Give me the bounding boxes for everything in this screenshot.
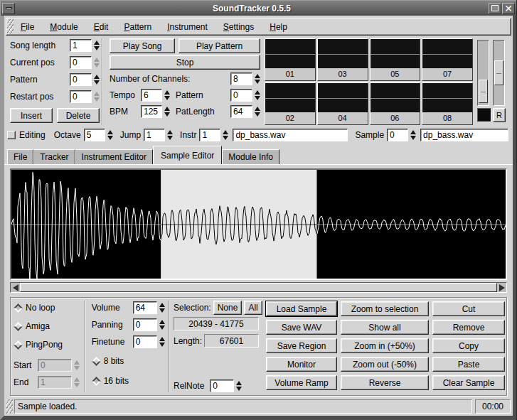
tab-instrument-editor[interactable]: Instrument Editor: [75, 149, 153, 164]
menu-instrument[interactable]: Instrument: [161, 20, 213, 34]
spin-up-icon[interactable]: [94, 75, 100, 79]
scope-channel-06[interactable]: 06: [370, 82, 421, 125]
volume-spinner[interactable]: [159, 303, 165, 313]
spin-down-icon[interactable]: [223, 136, 228, 140]
panning-entry[interactable]: 0: [133, 318, 157, 331]
editing-checkbox[interactable]: [7, 131, 16, 139]
insert-button[interactable]: Insert: [10, 108, 53, 123]
scroll-left-button[interactable]: [11, 283, 20, 292]
loop-option-amiga[interactable]: Amiga: [14, 321, 85, 331]
menu-module[interactable]: Module: [44, 20, 83, 34]
spin-up-icon[interactable]: [223, 130, 228, 134]
spin-down-icon[interactable]: [159, 325, 165, 330]
song-length-spinner[interactable]: [94, 41, 100, 50]
play-song-button[interactable]: Play Song: [110, 38, 175, 53]
reverse-button[interactable]: Reverse: [341, 375, 429, 390]
cut-button[interactable]: Cut: [432, 301, 505, 316]
loop-end-spinner[interactable]: [74, 377, 80, 387]
bits-option-8[interactable]: 8 bits: [92, 356, 168, 366]
volume-slider[interactable]: [477, 40, 489, 106]
spin-up-icon[interactable]: [164, 107, 170, 111]
spin-down-icon[interactable]: [410, 136, 416, 140]
pattern-spinner[interactable]: [94, 75, 100, 85]
jump-spinner[interactable]: [167, 130, 173, 140]
spin-down-icon[interactable]: [94, 80, 100, 85]
spin-down-icon[interactable]: [236, 387, 242, 391]
instr-entry[interactable]: 1: [199, 129, 220, 141]
finetune-spinner[interactable]: [159, 337, 165, 347]
volume-slider-thumb[interactable]: [479, 80, 488, 103]
close-button[interactable]: ✕: [502, 3, 515, 14]
menu-settings[interactable]: Settings: [218, 20, 260, 34]
menu-file[interactable]: File: [15, 20, 40, 34]
instr-spinner[interactable]: [223, 130, 228, 140]
tempo-entry[interactable]: 6: [141, 89, 162, 102]
scrollbar-thumb[interactable]: [20, 283, 497, 292]
save-wav-button[interactable]: Save WAV: [266, 320, 337, 335]
spin-down-icon[interactable]: [94, 63, 100, 68]
spin-up-icon[interactable]: [74, 360, 80, 365]
spin-down-icon[interactable]: [159, 308, 165, 313]
spin-up-icon[interactable]: [164, 90, 170, 95]
zoom-out-button[interactable]: Zoom out (-50%): [341, 357, 429, 372]
loop-end-entry[interactable]: 1: [38, 376, 72, 389]
scroll-right-button[interactable]: [497, 283, 506, 292]
spin-up-icon[interactable]: [107, 130, 113, 134]
spin-down-icon[interactable]: [107, 136, 113, 140]
spin-down-icon[interactable]: [164, 112, 170, 117]
monitor-button[interactable]: Monitor: [266, 357, 337, 372]
zoom-to-selection-button[interactable]: Zoom to selection: [341, 301, 429, 316]
titlebar[interactable]: SoundTracker 0.5.5 ✕: [0, 0, 516, 16]
delete-button[interactable]: Delete: [57, 108, 100, 123]
statusbar-grip-handle[interactable]: [6, 399, 13, 414]
loop-option-pingpong[interactable]: PingPong: [14, 340, 85, 350]
copy-button[interactable]: Copy: [432, 338, 505, 353]
bpm-spinner[interactable]: [164, 107, 170, 117]
scope-channel-03[interactable]: 03: [317, 38, 368, 81]
spin-up-icon[interactable]: [236, 381, 242, 385]
spin-up-icon[interactable]: [255, 107, 260, 111]
pitchbend-slider-thumb[interactable]: [494, 60, 503, 85]
load-sample-button[interactable]: Load Sample: [266, 301, 337, 316]
selection-none-button[interactable]: None: [213, 301, 242, 315]
spin-down-icon[interactable]: [164, 96, 170, 100]
octave-entry[interactable]: 5: [84, 129, 105, 141]
play-pattern-button[interactable]: Play Pattern: [178, 38, 260, 53]
tab-file[interactable]: File: [7, 149, 33, 164]
finetune-entry[interactable]: 0: [133, 335, 157, 348]
spin-down-icon[interactable]: [159, 343, 165, 347]
clear-sample-button[interactable]: Clear Sample: [432, 375, 505, 390]
spin-down-icon[interactable]: [74, 366, 80, 370]
song-length-entry[interactable]: 1: [70, 39, 92, 52]
patlength-entry[interactable]: 64: [230, 105, 252, 118]
volume-ramp-button[interactable]: Volume Ramp: [266, 375, 337, 390]
menubar-grip-handle[interactable]: [7, 19, 14, 34]
spin-down-icon[interactable]: [255, 96, 260, 100]
spin-up-icon[interactable]: [410, 130, 416, 134]
spin-up-icon[interactable]: [159, 337, 165, 341]
pattern-num-entry[interactable]: 0: [230, 89, 252, 102]
loop-start-spinner[interactable]: [74, 360, 80, 370]
pitchbend-slider[interactable]: [493, 40, 505, 106]
instrument-name-entry[interactable]: dp_bass.wav: [233, 129, 348, 141]
spin-down-icon[interactable]: [94, 46, 100, 50]
restart-pos-entry[interactable]: 0: [70, 90, 92, 103]
patlength-spinner[interactable]: [255, 107, 260, 117]
menu-pattern[interactable]: Pattern: [118, 20, 157, 34]
relnote-spinner[interactable]: [236, 381, 242, 391]
paste-button[interactable]: Paste: [432, 357, 505, 372]
spin-up-icon[interactable]: [255, 90, 260, 95]
spin-up-icon[interactable]: [159, 303, 165, 307]
spin-up-icon[interactable]: [167, 130, 173, 134]
spin-up-icon[interactable]: [94, 58, 100, 62]
spin-up-icon[interactable]: [94, 41, 100, 45]
octave-spinner[interactable]: [107, 130, 113, 140]
waveform-scrollbar[interactable]: [10, 282, 507, 293]
pattern-entry[interactable]: 0: [70, 73, 92, 86]
menu-help[interactable]: Help: [264, 20, 293, 34]
pattern-num-spinner[interactable]: [255, 90, 260, 100]
panning-spinner[interactable]: [159, 320, 165, 330]
spin-up-icon[interactable]: [255, 74, 260, 78]
loop-start-entry[interactable]: 0: [38, 359, 72, 372]
spin-up-icon[interactable]: [159, 320, 165, 324]
